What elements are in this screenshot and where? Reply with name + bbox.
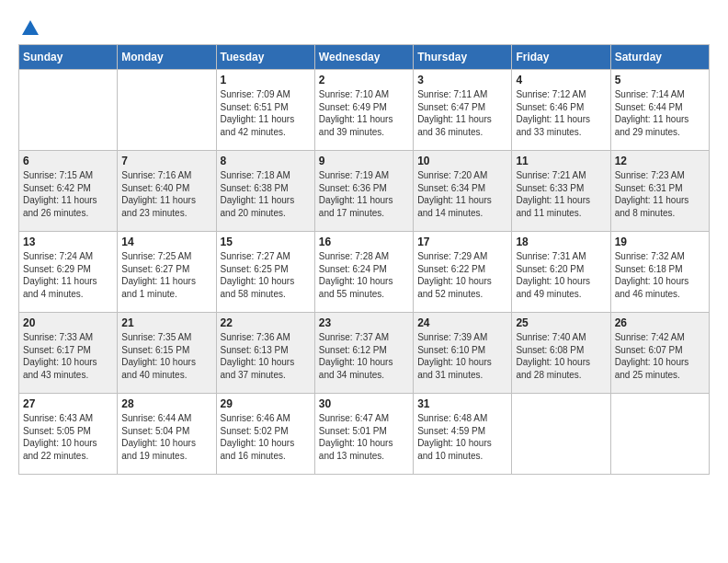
day-number: 13 — [23, 236, 113, 248]
day-info: Sunrise: 7:28 AMSunset: 6:24 PMDaylight:… — [319, 250, 409, 300]
calendar-cell: 14Sunrise: 7:25 AMSunset: 6:27 PMDayligh… — [118, 232, 216, 313]
day-info: Sunrise: 7:18 AMSunset: 6:38 PMDaylight:… — [221, 169, 311, 219]
day-info: Sunrise: 7:36 AMSunset: 6:13 PMDaylight:… — [221, 331, 311, 381]
calendar-cell: 26Sunrise: 7:42 AMSunset: 6:07 PMDayligh… — [610, 313, 709, 394]
day-number: 23 — [319, 316, 409, 329]
calendar-cell: 3Sunrise: 7:11 AMSunset: 6:47 PMDaylight… — [414, 70, 512, 151]
day-number: 25 — [516, 316, 606, 329]
calendar-cell: 18Sunrise: 7:31 AMSunset: 6:20 PMDayligh… — [512, 232, 610, 313]
calendar-cell: 6Sunrise: 7:15 AMSunset: 6:42 PMDaylight… — [19, 151, 118, 232]
day-number: 14 — [121, 236, 211, 248]
calendar-cell: 16Sunrise: 7:28 AMSunset: 6:24 PMDayligh… — [314, 232, 413, 313]
header-day-saturday: Saturday — [610, 45, 709, 70]
calendar-cell: 7Sunrise: 7:16 AMSunset: 6:40 PMDaylight… — [118, 151, 216, 232]
calendar-cell: 10Sunrise: 7:20 AMSunset: 6:34 PMDayligh… — [414, 151, 512, 232]
day-number: 1 — [221, 74, 311, 86]
calendar-cell — [19, 70, 118, 151]
calendar-week-row: 13Sunrise: 7:24 AMSunset: 6:29 PMDayligh… — [19, 232, 710, 313]
day-number: 18 — [516, 236, 606, 248]
calendar-cell: 29Sunrise: 6:46 AMSunset: 5:02 PMDayligh… — [216, 394, 314, 475]
calendar-cell: 25Sunrise: 7:40 AMSunset: 6:08 PMDayligh… — [512, 313, 610, 394]
calendar-cell: 13Sunrise: 7:24 AMSunset: 6:29 PMDayligh… — [19, 232, 118, 313]
calendar-cell: 23Sunrise: 7:37 AMSunset: 6:12 PMDayligh… — [314, 313, 413, 394]
day-number: 17 — [417, 236, 507, 248]
calendar-cell: 8Sunrise: 7:18 AMSunset: 6:38 PMDaylight… — [216, 151, 314, 232]
day-info: Sunrise: 7:15 AMSunset: 6:42 PMDaylight:… — [23, 169, 113, 219]
day-info: Sunrise: 7:23 AMSunset: 6:31 PMDaylight:… — [615, 169, 705, 219]
day-info: Sunrise: 7:32 AMSunset: 6:18 PMDaylight:… — [615, 250, 705, 300]
day-info: Sunrise: 7:33 AMSunset: 6:17 PMDaylight:… — [23, 331, 113, 381]
day-number: 21 — [121, 316, 211, 329]
calendar-week-row: 1Sunrise: 7:09 AMSunset: 6:51 PMDaylight… — [19, 70, 710, 151]
calendar-cell — [118, 70, 216, 151]
day-info: Sunrise: 7:21 AMSunset: 6:33 PMDaylight:… — [516, 169, 606, 219]
day-info: Sunrise: 6:48 AMSunset: 4:59 PMDaylight:… — [417, 412, 507, 462]
calendar-cell: 24Sunrise: 7:39 AMSunset: 6:10 PMDayligh… — [414, 313, 512, 394]
day-number: 9 — [319, 155, 409, 167]
day-number: 8 — [221, 155, 311, 167]
calendar-cell: 20Sunrise: 7:33 AMSunset: 6:17 PMDayligh… — [19, 313, 118, 394]
calendar-week-row: 27Sunrise: 6:43 AMSunset: 5:05 PMDayligh… — [19, 394, 710, 475]
header-day-wednesday: Wednesday — [314, 45, 413, 70]
day-number: 29 — [221, 397, 311, 410]
calendar-table: SundayMondayTuesdayWednesdayThursdayFrid… — [18, 44, 710, 475]
day-number: 24 — [417, 316, 507, 329]
calendar-week-row: 6Sunrise: 7:15 AMSunset: 6:42 PMDaylight… — [19, 151, 710, 232]
calendar-cell: 5Sunrise: 7:14 AMSunset: 6:44 PMDaylight… — [610, 70, 709, 151]
day-number: 10 — [417, 155, 507, 167]
day-number: 27 — [23, 397, 113, 410]
day-info: Sunrise: 7:10 AMSunset: 6:49 PMDaylight:… — [319, 88, 409, 138]
calendar-cell: 4Sunrise: 7:12 AMSunset: 6:46 PMDaylight… — [512, 70, 610, 151]
day-info: Sunrise: 6:44 AMSunset: 5:04 PMDaylight:… — [121, 412, 211, 462]
calendar-cell: 12Sunrise: 7:23 AMSunset: 6:31 PMDayligh… — [610, 151, 709, 232]
day-number: 5 — [615, 74, 705, 86]
day-number: 4 — [516, 74, 606, 86]
header-day-friday: Friday — [512, 45, 610, 70]
day-number: 20 — [23, 316, 113, 329]
day-info: Sunrise: 7:27 AMSunset: 6:25 PMDaylight:… — [221, 250, 311, 300]
calendar-cell — [512, 394, 610, 475]
day-number: 26 — [615, 316, 705, 329]
calendar-cell: 21Sunrise: 7:35 AMSunset: 6:15 PMDayligh… — [118, 313, 216, 394]
calendar-cell: 2Sunrise: 7:10 AMSunset: 6:49 PMDaylight… — [314, 70, 413, 151]
calendar-cell: 22Sunrise: 7:36 AMSunset: 6:13 PMDayligh… — [216, 313, 314, 394]
header-day-tuesday: Tuesday — [216, 45, 314, 70]
day-number: 22 — [221, 316, 311, 329]
day-info: Sunrise: 7:29 AMSunset: 6:22 PMDaylight:… — [417, 250, 507, 300]
calendar-cell: 31Sunrise: 6:48 AMSunset: 4:59 PMDayligh… — [414, 394, 512, 475]
day-info: Sunrise: 7:20 AMSunset: 6:34 PMDaylight:… — [417, 169, 507, 219]
day-info: Sunrise: 7:31 AMSunset: 6:20 PMDaylight:… — [516, 250, 606, 300]
day-number: 19 — [615, 236, 705, 248]
header-day-monday: Monday — [118, 45, 216, 70]
day-number: 16 — [319, 236, 409, 248]
day-number: 28 — [121, 397, 211, 410]
day-info: Sunrise: 6:43 AMSunset: 5:05 PMDaylight:… — [23, 412, 113, 462]
page-header — [18, 18, 710, 35]
day-info: Sunrise: 6:47 AMSunset: 5:01 PMDaylight:… — [319, 412, 409, 462]
header-day-thursday: Thursday — [414, 45, 512, 70]
calendar-cell: 1Sunrise: 7:09 AMSunset: 6:51 PMDaylight… — [216, 70, 314, 151]
logo — [18, 18, 40, 35]
calendar-header-row: SundayMondayTuesdayWednesdayThursdayFrid… — [19, 45, 710, 70]
day-number: 31 — [417, 397, 507, 410]
day-number: 30 — [319, 397, 409, 410]
day-number: 2 — [319, 74, 409, 86]
calendar-cell: 28Sunrise: 6:44 AMSunset: 5:04 PMDayligh… — [118, 394, 216, 475]
calendar-cell: 17Sunrise: 7:29 AMSunset: 6:22 PMDayligh… — [414, 232, 512, 313]
calendar-cell: 9Sunrise: 7:19 AMSunset: 6:36 PMDaylight… — [314, 151, 413, 232]
day-number: 15 — [221, 236, 311, 248]
header-day-sunday: Sunday — [19, 45, 118, 70]
calendar-week-row: 20Sunrise: 7:33 AMSunset: 6:17 PMDayligh… — [19, 313, 710, 394]
day-info: Sunrise: 7:40 AMSunset: 6:08 PMDaylight:… — [516, 331, 606, 381]
day-info: Sunrise: 7:12 AMSunset: 6:46 PMDaylight:… — [516, 88, 606, 138]
calendar-cell: 11Sunrise: 7:21 AMSunset: 6:33 PMDayligh… — [512, 151, 610, 232]
logo-icon — [20, 18, 40, 39]
day-info: Sunrise: 7:42 AMSunset: 6:07 PMDaylight:… — [615, 331, 705, 381]
day-number: 6 — [23, 155, 113, 167]
calendar-cell — [610, 394, 709, 475]
day-number: 7 — [121, 155, 211, 167]
calendar-cell: 19Sunrise: 7:32 AMSunset: 6:18 PMDayligh… — [610, 232, 709, 313]
calendar-cell: 30Sunrise: 6:47 AMSunset: 5:01 PMDayligh… — [314, 394, 413, 475]
day-info: Sunrise: 7:09 AMSunset: 6:51 PMDaylight:… — [221, 88, 311, 138]
calendar-cell: 15Sunrise: 7:27 AMSunset: 6:25 PMDayligh… — [216, 232, 314, 313]
